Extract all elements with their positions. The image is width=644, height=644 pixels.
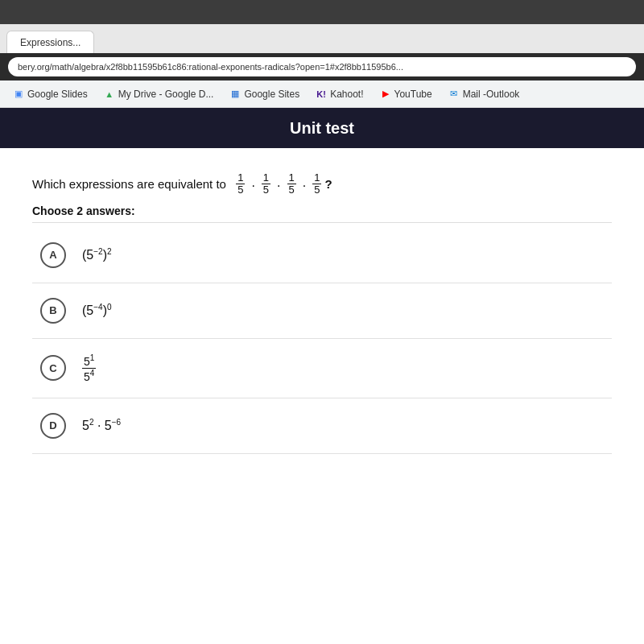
fraction-4: 1 5 <box>312 172 321 196</box>
option-d-expr: 52 · 5−6 <box>82 418 121 433</box>
sites-icon: ▦ <box>229 89 241 100</box>
kahoot-icon: K! <box>316 89 327 100</box>
bookmark-mail-outlook[interactable]: ✉ Mail -Outlook <box>442 85 526 103</box>
page-content: Unit test Which expressions are equivale… <box>0 108 644 644</box>
bookmark-label: YouTube <box>394 89 432 100</box>
bookmark-label: Kahoot! <box>330 89 363 100</box>
option-c-circle: C <box>40 355 66 381</box>
drive-icon: ▲ <box>104 89 115 100</box>
option-a-circle: A <box>40 242 66 268</box>
question-container: Which expressions are equivalent to 1 5 … <box>0 148 644 644</box>
bookmark-label: Google Slides <box>27 89 88 100</box>
browser-chrome <box>0 0 644 24</box>
tab-bar: Expressions... <box>0 24 644 53</box>
bookmark-label: Mail -Outlook <box>463 89 520 100</box>
bookmark-google-slides[interactable]: ▣ Google Slides <box>6 85 94 103</box>
youtube-icon: ▶ <box>380 89 391 100</box>
question-mark: ? <box>324 177 332 191</box>
option-d-circle: D <box>40 413 66 439</box>
fraction-1: 1 5 <box>236 172 245 196</box>
dot-3: · <box>303 179 306 193</box>
divider-top <box>32 222 612 223</box>
fraction-3: 1 5 <box>287 172 296 196</box>
page-header: Unit test <box>0 108 644 148</box>
active-tab[interactable]: Expressions... <box>6 31 94 53</box>
bookmark-google-sites[interactable]: ▦ Google Sites <box>223 85 306 103</box>
bookmarks-bar: ▣ Google Slides ▲ My Drive - Google D...… <box>0 80 644 108</box>
choose-label: Choose 2 answers: <box>32 204 612 217</box>
bookmark-my-drive[interactable]: ▲ My Drive - Google D... <box>97 85 221 103</box>
bookmark-label: Google Sites <box>244 89 299 100</box>
fraction-c: 51 54 <box>82 353 96 383</box>
bookmark-youtube[interactable]: ▶ YouTube <box>374 85 439 103</box>
url-display[interactable]: bery.org/math/algebra/x2f8bb11595b61c86:… <box>8 57 636 76</box>
bookmark-kahoot[interactable]: K! Kahoot! <box>309 85 369 103</box>
option-a-expr: (5−2)2 <box>82 247 112 262</box>
fraction-expression: 1 5 · 1 5 · 1 5 · 1 5 <box>236 172 321 196</box>
option-b-circle: B <box>40 298 66 324</box>
page-title: Unit test <box>290 119 354 138</box>
tab-label: Expressions... <box>20 37 80 48</box>
answer-option-b[interactable]: B (5−4)0 <box>32 283 612 339</box>
answer-option-d[interactable]: D 52 · 5−6 <box>32 398 612 454</box>
dot-1: · <box>251 179 254 193</box>
bookmark-label: My Drive - Google D... <box>118 89 214 100</box>
address-bar: bery.org/math/algebra/x2f8bb11595b61c86:… <box>0 53 644 80</box>
fraction-2: 1 5 <box>262 172 270 196</box>
answer-option-a[interactable]: A (5−2)2 <box>32 228 612 283</box>
answer-option-c[interactable]: C 51 54 <box>32 339 612 398</box>
slides-icon: ▣ <box>13 89 24 100</box>
option-b-expr: (5−4)0 <box>82 303 112 318</box>
option-c-expr: 51 54 <box>82 353 96 383</box>
outlook-icon: ✉ <box>448 89 460 100</box>
question-prompt: Which expressions are equivalent to <box>32 177 226 191</box>
dot-2: · <box>277 179 280 193</box>
question-text: Which expressions are equivalent to 1 5 … <box>32 172 612 196</box>
